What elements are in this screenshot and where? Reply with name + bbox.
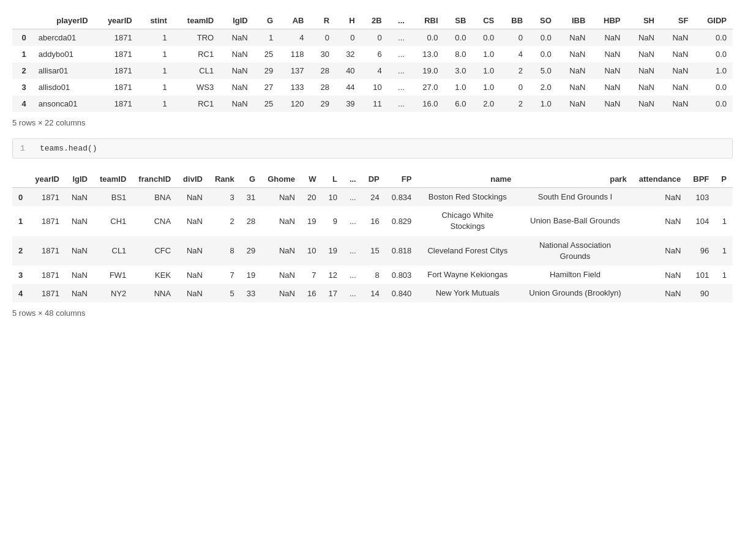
teams-cell-G: 29 (241, 236, 261, 266)
batting-cell-CS: 1.0 (472, 46, 500, 62)
batting-cell-H: 32 (335, 46, 361, 62)
teams-cell-L: 19 (322, 236, 343, 266)
teams-cell-Ghome: NaN (261, 188, 301, 207)
batting-cell-GIDP: 0.0 (694, 46, 733, 62)
batting-cell-RBI: 19.0 (411, 62, 444, 79)
batting-cell-SO: 0.0 (529, 46, 558, 62)
teams-cell-DP: 24 (362, 188, 386, 207)
teams-col-header-13: FP (386, 171, 418, 188)
teams-cell-W: 10 (301, 236, 322, 266)
teams-cell-lgID: NaN (66, 266, 94, 284)
teams-cell-idx: 4 (12, 284, 29, 302)
teams-cell-attendance: NaN (633, 236, 687, 266)
batting-table-row: 2allisar0118711CL1NaN2913728404...19.03.… (12, 62, 733, 79)
batting-col-header-16: SO (529, 12, 558, 29)
teams-cell-divID: NaN (177, 284, 209, 302)
batting-col-header-6: G (254, 12, 280, 29)
batting-cell-SH: NaN (626, 46, 660, 62)
teams-cell-BPF: 90 (687, 284, 715, 302)
batting-col-header-10: 2B (361, 12, 388, 29)
batting-cell-playerID: allisar01 (32, 62, 94, 79)
batting-cell-lgID: NaN (220, 95, 253, 112)
teams-table-body: 01871NaNBS1BNANaN331NaN2010...240.834Bos… (12, 188, 733, 303)
teams-cell-DP: 14 (362, 284, 386, 302)
batting-cell-H: 40 (335, 62, 361, 79)
teams-cell-Rank: 5 (209, 284, 241, 302)
batting-cell-SB: 3.0 (444, 62, 473, 79)
teams-col-header-8: Ghome (261, 171, 301, 188)
batting-cell-idx: 0 (12, 29, 32, 47)
teams-cell-attendance: NaN (633, 188, 687, 207)
batting-table-row: 0abercda0118711TRONaN14000...0.00.00.000… (12, 29, 733, 47)
teams-cell-BPF: 103 (687, 188, 715, 207)
teams-cell-G: 31 (241, 188, 261, 207)
batting-col-header-12: RBI (411, 12, 444, 29)
batting-cell-stint: 1 (138, 95, 173, 112)
batting-col-header-15: BB (500, 12, 529, 29)
teams-cell-ellipsis: ... (343, 266, 362, 284)
batting-table-wrapper: playerIDyearIDstintteamIDlgIDGABRH2B...R… (12, 12, 733, 112)
teams-col-header-18: P (715, 171, 733, 188)
batting-col-header-20: SF (661, 12, 694, 29)
batting-cell-ellipsis: ... (388, 95, 411, 112)
teams-col-header-14: name (417, 171, 517, 188)
batting-cell-IBB: NaN (558, 62, 591, 79)
batting-cell-GIDP: 1.0 (694, 62, 733, 79)
teams-col-header-6: Rank (209, 171, 241, 188)
teams-col-header-10: L (322, 171, 343, 188)
batting-cell-SO: 2.0 (529, 79, 558, 95)
batting-col-header-11: ... (388, 12, 411, 29)
batting-cell-GIDP: 0.0 (694, 79, 733, 95)
batting-cell-R: 28 (310, 62, 336, 79)
teams-header-row: yearIDlgIDteamIDfranchIDdivIDRankGGhomeW… (12, 171, 733, 188)
teams-cell-yearID: 1871 (29, 236, 66, 266)
teams-cell-P (715, 188, 733, 207)
teams-cell-FP: 0.840 (386, 284, 418, 302)
batting-cell-SO: 0.0 (529, 29, 558, 47)
teams-cell-idx: 3 (12, 266, 29, 284)
teams-cell-DP: 15 (362, 236, 386, 266)
batting-cell-RBI: 13.0 (411, 46, 444, 62)
teams-summary: 5 rows × 48 columns (12, 308, 733, 318)
batting-col-header-8: R (310, 12, 336, 29)
batting-cell-teamID: WS3 (173, 79, 220, 95)
batting-cell-IBB: NaN (558, 46, 591, 62)
teams-cell-Ghome: NaN (261, 236, 301, 266)
teams-cell-divID: NaN (177, 188, 209, 207)
teams-cell-divID: NaN (177, 206, 209, 236)
teams-cell-name: Chicago White Stockings (417, 206, 517, 236)
teams-cell-G: 19 (241, 266, 261, 284)
teams-col-header-7: G (241, 171, 261, 188)
teams-cell-name: Fort Wayne Kekiongas (417, 266, 517, 284)
teams-cell-BPF: 101 (687, 266, 715, 284)
batting-cell-CS: 0.0 (472, 29, 500, 47)
batting-col-header-1: playerID (32, 12, 94, 29)
batting-cell-G: 27 (254, 79, 280, 95)
teams-cell-yearID: 1871 (29, 284, 66, 302)
teams-cell-park: National Association Grounds (517, 236, 632, 266)
batting-cell-IBB: NaN (558, 79, 591, 95)
teams-table-row: 11871NaNCH1CNANaN228NaN199...160.829Chic… (12, 206, 733, 236)
teams-cell-L: 12 (322, 266, 343, 284)
teams-cell-DP: 8 (362, 266, 386, 284)
batting-cell-SF: NaN (661, 79, 694, 95)
batting-cell-SB: 1.0 (444, 79, 473, 95)
teams-cell-ellipsis: ... (343, 236, 362, 266)
batting-col-header-5: lgID (220, 12, 253, 29)
teams-cell-teamID: BS1 (94, 188, 132, 207)
batting-cell-2B: 10 (361, 79, 388, 95)
batting-cell-SH: NaN (626, 62, 660, 79)
batting-cell-SH: NaN (626, 29, 660, 47)
teams-cell-BPF: 96 (687, 236, 715, 266)
teams-col-header-3: teamID (94, 171, 132, 188)
batting-cell-ellipsis: ... (388, 62, 411, 79)
batting-cell-H: 44 (335, 79, 361, 95)
teams-cell-attendance: NaN (633, 266, 687, 284)
teams-cell-W: 19 (301, 206, 322, 236)
batting-cell-R: 30 (310, 46, 336, 62)
teams-col-header-9: W (301, 171, 322, 188)
teams-table-row: 41871NaNNY2NNANaN533NaN1617...140.840New… (12, 284, 733, 302)
teams-cell-FP: 0.834 (386, 188, 418, 207)
batting-col-header-19: SH (626, 12, 660, 29)
teams-cell-Ghome: NaN (261, 206, 301, 236)
